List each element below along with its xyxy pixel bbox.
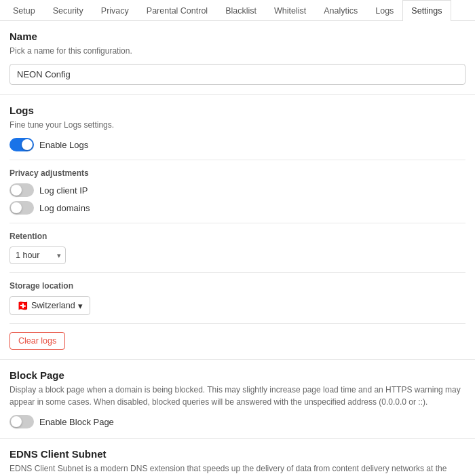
storage-flag: 🇨🇭 [17,300,28,311]
retention-select-wrap: 1 hour 6 hours 12 hours 24 hours 7 days … [10,246,66,264]
log-domains-label: Log domains [39,203,90,213]
name-section: Name Pick a name for this configuration. [0,21,475,95]
divider-1 [10,160,466,160]
tab-logs[interactable]: Logs [366,0,402,21]
name-description: Pick a name for this configuration. [10,45,466,57]
log-domains-toggle[interactable] [10,201,34,215]
storage-location-button[interactable]: 🇨🇭 Switzerland ▾ [10,296,90,315]
block-page-title: Block Page [10,369,466,381]
divider-3 [10,272,466,273]
tab-analytics[interactable]: Analytics [315,0,366,21]
divider-2 [10,223,466,223]
name-input[interactable] [10,64,466,85]
tab-settings[interactable]: Settings [402,0,451,21]
retention-select[interactable]: 1 hour 6 hours 12 hours 24 hours 7 days … [10,246,66,264]
log-client-ip-toggle[interactable] [10,183,34,197]
tab-privacy[interactable]: Privacy [92,0,138,21]
name-title: Name [10,31,466,42]
privacy-label: Privacy adjustments [10,168,466,178]
enable-logs-label: Enable Logs [39,140,88,150]
clear-logs-button[interactable]: Clear logs [10,332,65,350]
tab-security[interactable]: Security [44,0,92,21]
block-page-section: Block Page Display a block page when a d… [0,360,475,439]
tab-bar: Setup Security Privacy Parental Control … [0,0,475,21]
logs-section: Logs Fine tune your Logs settings. Enabl… [0,95,475,360]
edns-title: EDNS Client Subnet [10,448,466,460]
storage-text: Switzerland [31,301,75,310]
log-domains-row: Log domains [10,201,466,215]
enable-logs-row: Enable Logs [10,138,466,151]
enable-logs-toggle[interactable] [10,138,34,151]
tab-setup[interactable]: Setup [4,0,44,21]
enable-block-page-label: Enable Block Page [39,417,114,427]
enable-block-page-row: Enable Block Page [10,415,466,428]
edns-section: EDNS Client Subnet EDNS Client Subnet is… [0,439,475,476]
tab-whitelist[interactable]: Whitelist [265,0,315,21]
log-client-ip-label: Log client IP [39,185,88,196]
chevron-down-icon: ▾ [78,301,83,311]
storage-label: Storage location [10,281,466,291]
logs-description: Fine tune your Logs settings. [10,119,466,131]
block-page-description: Display a block page when a domain is be… [10,384,466,408]
logs-title: Logs [10,105,466,116]
edns-description: EDNS Client Subnet is a modern DNS exten… [10,462,466,476]
enable-block-page-toggle[interactable] [10,415,34,428]
tab-parental-control[interactable]: Parental Control [138,0,216,21]
divider-4 [10,323,466,324]
tab-blacklist[interactable]: Blacklist [216,0,265,21]
log-client-ip-row: Log client IP [10,183,466,197]
retention-label: Retention [10,232,466,241]
